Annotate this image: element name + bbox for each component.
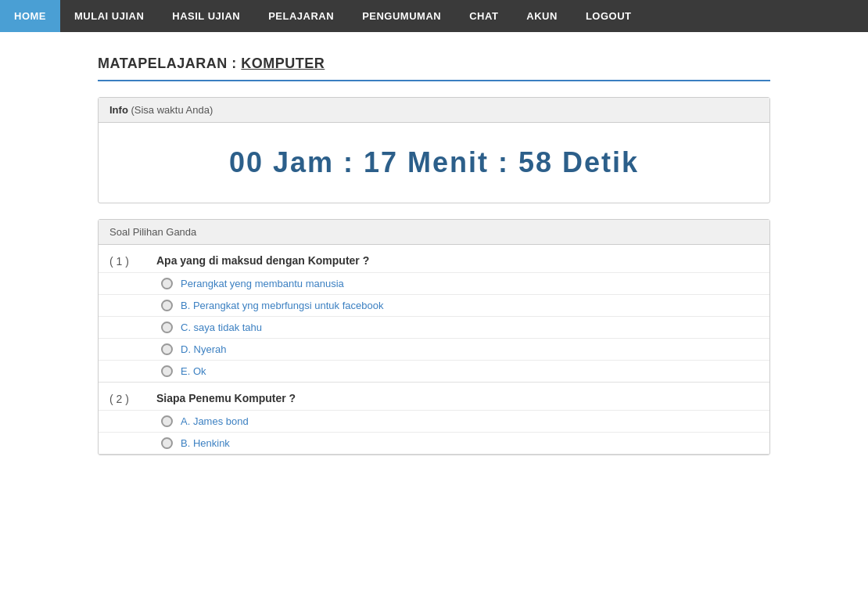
question-item-2: ( 2 )Siapa Penemu Komputer ?A. James bon… [99, 383, 769, 454]
question-row-2: ( 2 )Siapa Penemu Komputer ? [99, 383, 769, 410]
info-box: Info (Sisa waktu Anda) 00 Jam : 17 Menit… [98, 97, 770, 203]
nav-item-akun[interactable]: AKUN [512, 0, 572, 32]
option-row-1-1[interactable]: Perangkat yeng membantu manusia [99, 272, 769, 294]
option-row-2-1[interactable]: A. James bond [99, 410, 769, 432]
info-sub: (Sisa waktu Anda) [131, 104, 213, 116]
nav-item-chat[interactable]: CHAT [455, 0, 512, 32]
info-label: Info [109, 104, 128, 116]
main-content: MATAPELAJARAN : KOMPUTER Info (Sisa wakt… [82, 56, 786, 455]
nav-item-pelajaran[interactable]: PELAJARAN [254, 0, 348, 32]
option-row-2-2[interactable]: B. Henkink [99, 432, 769, 454]
option-radio-1-3[interactable] [161, 322, 173, 333]
info-box-header: Info (Sisa waktu Anda) [99, 98, 769, 123]
question-row-1: ( 1 )Apa yang di maksud dengan Komputer … [99, 245, 769, 272]
option-radio-1-1[interactable] [161, 278, 173, 289]
option-label-1-2: B. Perangkat yng mebrfungsi untuk facebo… [181, 300, 383, 311]
question-box-title: Soal Pilihan Ganda [109, 226, 196, 238]
question-number-1: ( 1 ) [109, 254, 156, 268]
option-row-1-5[interactable]: E. Ok [99, 360, 769, 382]
nav-item-pengumuman[interactable]: PENGUMUMAN [348, 0, 455, 32]
nav-item-hasil-ujian[interactable]: HASIL UJIAN [158, 0, 254, 32]
timer-display: 00 Jam : 17 Menit : 58 Detik [229, 146, 639, 178]
question-number-2: ( 2 ) [109, 392, 156, 405]
option-label-1-3: C. saya tidak tahu [181, 322, 262, 333]
option-row-1-3[interactable]: C. saya tidak tahu [99, 316, 769, 338]
option-row-1-4[interactable]: D. Nyerah [99, 338, 769, 360]
nav-item-home[interactable]: HOME [0, 0, 60, 32]
option-radio-1-4[interactable] [161, 343, 173, 355]
option-radio-2-2[interactable] [161, 437, 173, 449]
question-text-1: Apa yang di maksud dengan Komputer ? [156, 254, 369, 267]
option-radio-2-1[interactable] [161, 415, 173, 427]
option-label-1-5: E. Ok [181, 365, 206, 377]
option-radio-1-2[interactable] [161, 300, 173, 311]
option-label-2-2: B. Henkink [181, 437, 230, 449]
nav-item-logout[interactable]: LOGOUT [572, 0, 646, 32]
nav-item-mulai-ujian[interactable]: MULAI UJIAN [60, 0, 158, 32]
title-divider [98, 80, 770, 81]
page-title: MATAPELAJARAN : KOMPUTER [98, 56, 770, 72]
questions-list: ( 1 )Apa yang di maksud dengan Komputer … [99, 245, 769, 454]
option-radio-1-5[interactable] [161, 365, 173, 377]
option-row-1-2[interactable]: B. Perangkat yng mebrfungsi untuk facebo… [99, 294, 769, 316]
option-label-1-4: D. Nyerah [181, 343, 227, 355]
option-label-2-1: A. James bond [181, 415, 249, 427]
question-text-2: Siapa Penemu Komputer ? [156, 392, 296, 404]
option-label-1-1: Perangkat yeng membantu manusia [181, 278, 344, 289]
navbar: HOMEMULAI UJIANHASIL UJIANPELAJARANPENGU… [0, 0, 868, 32]
timer-area: 00 Jam : 17 Menit : 58 Detik [99, 123, 769, 203]
title-prefix: MATAPELAJARAN : [98, 56, 241, 71]
subject-name: KOMPUTER [241, 56, 325, 71]
question-box: Soal Pilihan Ganda ( 1 )Apa yang di maks… [98, 219, 770, 455]
question-box-header: Soal Pilihan Ganda [99, 220, 769, 245]
question-item-1: ( 1 )Apa yang di maksud dengan Komputer … [99, 245, 769, 383]
